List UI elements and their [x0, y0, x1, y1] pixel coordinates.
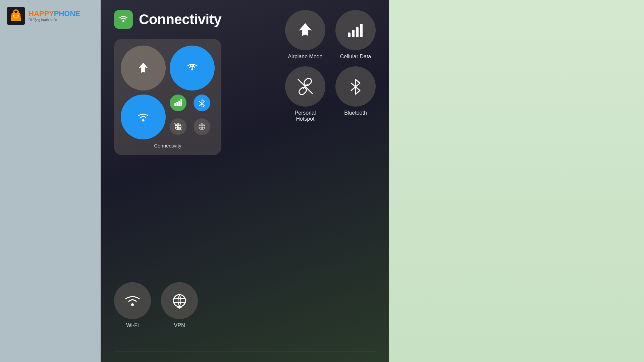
main-panel: Connectivity: [101, 0, 389, 362]
svg-rect-15: [348, 33, 351, 37]
left-panel: HAPPY PHONE Di động hạnh phúc: [0, 0, 101, 362]
vpn-label: VPN: [174, 322, 185, 328]
bluetooth-label: Bluetooth: [344, 110, 367, 116]
cellular-data-circle: [335, 10, 376, 50]
vpn-off-button[interactable]: [170, 118, 186, 135]
connectivity-icon: [118, 14, 129, 25]
svg-point-5: [122, 20, 124, 22]
logo-icon: [7, 7, 25, 25]
cellular-data-label: Cellular Data: [340, 54, 371, 60]
logo-text: HAPPY PHONE Di động hạnh phúc: [29, 10, 80, 22]
logo: HAPPY PHONE Di động hạnh phúc: [7, 7, 80, 25]
svg-rect-17: [356, 27, 359, 37]
vpn-item[interactable]: VPN: [161, 282, 198, 328]
logo-phone: PHONE: [54, 10, 80, 17]
personal-hotspot-circle: [285, 66, 325, 107]
cellular-small-button[interactable]: [170, 95, 186, 111]
wifi-item[interactable]: Wi-Fi: [114, 282, 151, 328]
airdrop-button[interactable]: [170, 46, 215, 90]
svg-rect-11: [180, 99, 182, 106]
svg-point-14: [199, 124, 205, 130]
wifi-circle: [114, 282, 151, 319]
svg-line-19: [298, 79, 312, 94]
connectivity-widget-label: Connectivity: [121, 143, 215, 148]
logo-sub: Di động hạnh phúc: [29, 18, 80, 22]
airplane-mode-circle: [285, 10, 325, 50]
right-panel: [389, 0, 644, 362]
svg-point-7: [142, 119, 145, 122]
personal-hotspot-item[interactable]: Personal Hotspot: [285, 66, 325, 122]
svg-rect-8: [174, 103, 176, 106]
airplane-mode-item[interactable]: Airplane Mode: [285, 10, 325, 60]
right-icons-section: Airplane Mode Cellular Data: [285, 10, 376, 122]
widget-main-grid: [121, 46, 215, 139]
wifi-label: Wi-Fi: [126, 322, 139, 328]
svg-point-3: [13, 15, 14, 16]
connectivity-widget: Connectivity: [114, 39, 221, 155]
svg-line-21: [351, 83, 356, 87]
cellular-data-item[interactable]: Cellular Data: [335, 10, 376, 60]
airplane-mode-label: Airplane Mode: [288, 54, 322, 60]
page-title: Connectivity: [139, 11, 221, 27]
bottom-divider: [114, 352, 376, 352]
globe-off-button[interactable]: [194, 118, 210, 135]
header-icon: [114, 10, 133, 29]
bluetooth-small-button[interactable]: [194, 95, 210, 111]
bluetooth-circle: [335, 66, 376, 107]
svg-point-2: [17, 12, 19, 14]
svg-point-24: [173, 295, 185, 307]
airplane-mode-button[interactable]: [121, 46, 166, 90]
bluetooth-item[interactable]: Bluetooth: [335, 66, 376, 122]
svg-rect-16: [352, 30, 355, 37]
small-icons-grid: [170, 95, 215, 139]
svg-point-4: [17, 15, 19, 16]
svg-rect-18: [360, 24, 363, 37]
vpn-circle: [161, 282, 198, 319]
svg-line-22: [351, 87, 356, 90]
svg-point-23: [131, 303, 134, 306]
logo-happy: HAPPY: [29, 10, 54, 17]
personal-hotspot-label: Personal Hotspot: [294, 110, 316, 122]
wifi-button[interactable]: [121, 95, 166, 139]
svg-rect-9: [176, 102, 178, 106]
svg-rect-10: [178, 101, 180, 106]
svg-point-1: [13, 12, 15, 14]
bottom-icons-section: Wi-Fi VPN: [114, 282, 198, 328]
